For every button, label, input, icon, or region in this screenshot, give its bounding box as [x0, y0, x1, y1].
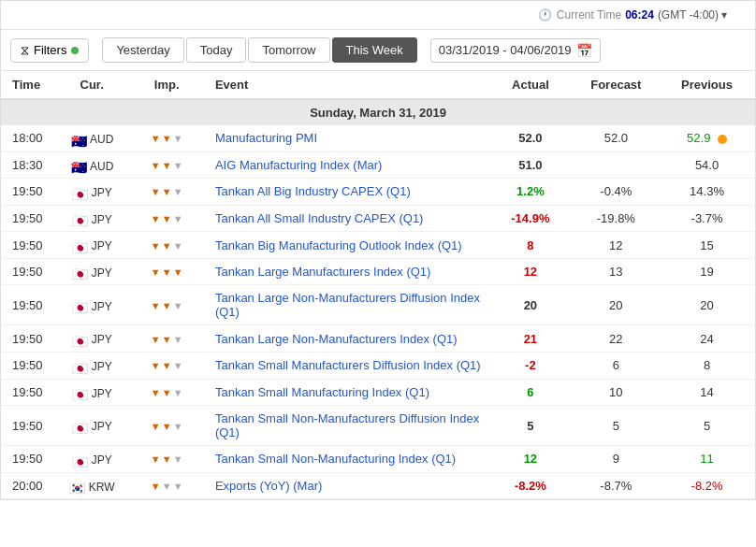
cell-event[interactable]: Tankan Small Non-Manufacturers Diffusion…: [210, 406, 487, 446]
cell-event[interactable]: AIG Manufacturing Index (Mar): [210, 151, 487, 179]
economic-calendar-table: Time Cur. Imp. Event Actual Forecast Pre…: [1, 71, 755, 499]
currency-code: JPY: [92, 453, 112, 467]
cell-time: 19:50: [1, 179, 60, 206]
table-row: 19:50🇯🇵JPY▼▼▼Tankan All Small Industry C…: [1, 205, 755, 232]
cell-time: 19:50: [1, 258, 60, 285]
col-event: Event: [210, 71, 487, 99]
impact-arrow-filled: ▼: [162, 421, 172, 432]
cell-event[interactable]: Tankan Large Manufacturers Index (Q1): [210, 258, 487, 285]
col-previous: Previous: [659, 71, 755, 99]
cell-actual: 6: [487, 379, 573, 406]
cell-actual: 51.0: [487, 151, 573, 179]
country-flag: 🇦🇺: [70, 160, 87, 171]
table-row: 18:00🇦🇺AUD▼▼▼Manufacturing PMI52.052.052…: [1, 125, 755, 151]
cell-event[interactable]: Tankan Small Non-Manufacturing Index (Q1…: [210, 446, 487, 473]
cell-currency: 🇯🇵JPY: [60, 352, 124, 379]
cell-impact: ▼▼▼: [124, 325, 209, 353]
cell-forecast: [574, 151, 659, 179]
impact-arrow-filled: ▼: [162, 300, 172, 311]
cell-time: 19:50: [1, 285, 60, 325]
currency-code: KRW: [89, 480, 115, 493]
cell-event[interactable]: Tankan Large Non-Manufacturers Diffusion…: [210, 285, 487, 325]
cell-previous: 15: [659, 232, 755, 259]
cell-actual: -2: [487, 352, 573, 379]
yesterday-button[interactable]: Yesterday: [102, 37, 183, 63]
table-row: 18:30🇦🇺AUD▼▼▼AIG Manufacturing Index (Ma…: [1, 151, 755, 179]
filter-icon: ⧖: [21, 43, 29, 58]
cell-impact: ▼▼▼: [124, 151, 209, 179]
cell-impact: ▼▼▼: [124, 179, 209, 206]
cell-currency: 🇯🇵JPY: [60, 406, 124, 446]
cell-event[interactable]: Tankan Large Non-Manufacturers Index (Q1…: [210, 325, 487, 353]
impact-arrow-filled: ▼: [162, 334, 172, 345]
country-flag: 🇯🇵: [72, 266, 89, 278]
cell-impact: ▼▼▼: [124, 205, 209, 232]
cell-time: 18:00: [1, 125, 60, 151]
timezone-dropdown[interactable]: ▾: [721, 8, 727, 22]
current-time-value: 06:24: [625, 8, 654, 22]
cell-impact: ▼▼▼: [124, 352, 209, 379]
country-flag: 🇯🇵: [72, 300, 89, 311]
impact-arrow-empty: ▼: [173, 186, 183, 197]
col-forecast: Forecast: [574, 71, 659, 99]
cell-event[interactable]: Tankan Big Manufacturing Outlook Index (…: [210, 232, 487, 259]
cell-forecast: 12: [574, 232, 659, 259]
calendar-icon[interactable]: 📅: [576, 43, 592, 58]
cell-event[interactable]: Tankan Small Manufacturing Index (Q1): [210, 379, 487, 406]
impact-arrow-filled: ▼: [151, 266, 161, 278]
cell-event[interactable]: Exports (YoY) (Mar): [210, 472, 487, 499]
cell-actual: 1.2%: [487, 179, 573, 206]
cell-event[interactable]: Tankan All Big Industry CAPEX (Q1): [210, 179, 487, 206]
cell-time: 19:50: [1, 406, 60, 446]
country-flag: 🇰🇷: [69, 481, 86, 492]
cell-currency: 🇯🇵JPY: [60, 325, 124, 353]
table-row: 19:50🇯🇵JPY▼▼▼Tankan Large Non-Manufactur…: [1, 325, 755, 353]
col-time: Time: [1, 71, 60, 99]
cell-forecast: 22: [574, 325, 659, 353]
today-button[interactable]: Today: [186, 37, 247, 63]
this-week-button[interactable]: This Week: [332, 37, 417, 63]
filter-label: Filters: [34, 43, 66, 57]
country-flag: 🇯🇵: [72, 213, 89, 224]
cell-previous: 24: [659, 325, 755, 353]
cell-time: 20:00: [1, 472, 60, 499]
country-flag: 🇦🇺: [70, 134, 87, 145]
impact-arrow-empty: ▼: [173, 133, 183, 144]
cell-impact: ▼▼▼: [124, 379, 209, 406]
filter-button[interactable]: ⧖ Filters: [10, 38, 89, 63]
cell-actual: 5: [487, 406, 573, 446]
currency-code: JPY: [92, 299, 112, 312]
currency-code: JPY: [92, 420, 112, 433]
cell-forecast: 52.0: [574, 125, 659, 151]
cell-actual: -8.2%: [487, 472, 573, 499]
impact-arrow-filled: ▼: [151, 186, 161, 197]
cell-event[interactable]: Tankan Small Manufacturers Diffusion Ind…: [210, 352, 487, 379]
filter-active-dot: [71, 47, 79, 54]
cell-event[interactable]: Manufacturing PMI: [210, 125, 487, 151]
top-bar: 🕐 Current Time 06:24 (GMT -4:00) ▾: [1, 1, 755, 30]
impact-arrow-empty: ▼: [173, 453, 183, 465]
impact-arrow-filled: ▼: [162, 240, 172, 252]
cell-impact: ▼▼▼: [124, 285, 209, 325]
impact-arrow-filled: ▼: [151, 387, 161, 398]
table-row: 19:50🇯🇵JPY▼▼▼Tankan Small Non-Manufactur…: [1, 446, 755, 473]
cell-impact: ▼▼▼: [124, 125, 209, 151]
date-range-picker[interactable]: 03/31/2019 - 04/06/2019 📅: [430, 38, 602, 63]
cell-forecast: 10: [574, 379, 659, 406]
tomorrow-button[interactable]: Tomorrow: [248, 37, 329, 63]
date-nav-buttons: Yesterday Today Tomorrow This Week: [102, 37, 416, 63]
table-row: 19:50🇯🇵JPY▼▼▼Tankan Small Non-Manufactur…: [1, 406, 755, 446]
impact-arrow-empty: ▼: [173, 360, 183, 371]
impact-arrow-empty: ▼: [173, 481, 183, 492]
country-flag: 🇯🇵: [72, 454, 89, 466]
cell-event[interactable]: Tankan All Small Industry CAPEX (Q1): [210, 205, 487, 232]
cell-time: 19:50: [1, 325, 60, 353]
cell-currency: 🇯🇵JPY: [60, 258, 124, 285]
col-impact: Imp.: [124, 71, 209, 99]
impact-arrow-filled: ▼: [151, 453, 161, 465]
currency-code: AUD: [90, 133, 113, 146]
nav-bar: ⧖ Filters Yesterday Today Tomorrow This …: [1, 30, 755, 71]
cell-actual: 20: [487, 285, 573, 325]
cell-impact: ▼▼▼: [124, 406, 209, 446]
impact-arrow-filled: ▼: [162, 453, 172, 465]
